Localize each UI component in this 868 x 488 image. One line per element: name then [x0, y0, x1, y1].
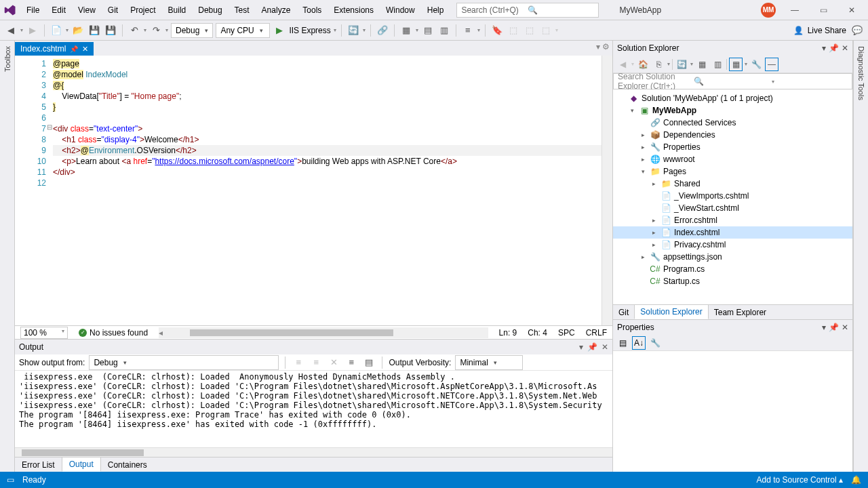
- se-close-icon[interactable]: ✕: [842, 43, 848, 53]
- feedback-icon[interactable]: 💬: [850, 24, 864, 37]
- menu-edit[interactable]: Edit: [45, 5, 72, 15]
- tree-node[interactable]: 📄_ViewStart.cshtml: [613, 202, 852, 214]
- platform-select[interactable]: Any CPU: [216, 23, 270, 38]
- output-from-select[interactable]: Debug: [89, 355, 279, 370]
- tree-node[interactable]: ▸📁Shared: [613, 178, 852, 190]
- fold-icon[interactable]: ⊟: [47, 123, 52, 131]
- bottom-tab-containers[interactable]: Containers: [101, 458, 154, 472]
- output-text[interactable]: iisexpress.exe (CoreCLR: clrhost): Loade…: [15, 371, 612, 447]
- tool-icon-2[interactable]: ▤: [421, 24, 435, 37]
- props-categorized-icon[interactable]: ▤: [616, 336, 629, 350]
- tab-options-icon[interactable]: ▾ ⚙: [596, 42, 610, 52]
- nav-back-icon[interactable]: ◀: [4, 24, 18, 37]
- menu-window[interactable]: Window: [380, 5, 421, 15]
- props-tool-icon[interactable]: 🔧: [648, 336, 662, 350]
- se-tool-3[interactable]: ▥: [711, 58, 724, 71]
- tree-node[interactable]: 📄_ViewImports.cshtml: [613, 190, 852, 202]
- props-pin-icon[interactable]: 📌: [829, 323, 839, 332]
- menu-test[interactable]: Test: [229, 5, 256, 15]
- se-properties-icon[interactable]: 🔧: [749, 58, 763, 71]
- code-line[interactable]: <p>Learn about <a href="https://docs.mic…: [53, 156, 601, 167]
- diagnostic-tools-tab[interactable]: Diagnostic Tools: [857, 41, 865, 106]
- output-dropdown-icon[interactable]: ▾: [579, 342, 583, 352]
- code-line[interactable]: [53, 178, 601, 188]
- code-line[interactable]: [53, 113, 601, 123]
- refresh-icon[interactable]: 🔄: [347, 24, 360, 37]
- project-node[interactable]: ▾▣MyWebApp: [613, 104, 852, 117]
- browser-link-icon[interactable]: 🔗: [376, 24, 389, 37]
- se-home-icon[interactable]: 🏠: [636, 58, 650, 71]
- tree-node[interactable]: 🔗Connected Services: [613, 117, 852, 129]
- notifications-icon[interactable]: 🔔: [851, 475, 861, 485]
- se-show-all-icon[interactable]: ▦: [729, 58, 743, 71]
- menu-tools[interactable]: Tools: [296, 5, 328, 15]
- liveshare-label[interactable]: Live Share: [808, 26, 846, 35]
- se-preview-icon[interactable]: —: [765, 58, 778, 71]
- code-line[interactable]: }: [53, 102, 601, 113]
- save-all-icon[interactable]: 💾: [104, 24, 117, 37]
- code-line[interactable]: <div class="text-center">: [53, 123, 601, 134]
- bookmark-icon[interactable]: 🔖: [490, 24, 504, 37]
- props-close-icon[interactable]: ✕: [842, 323, 848, 332]
- se-tool-2[interactable]: ▦: [695, 58, 709, 71]
- code-line[interactable]: <h2>@Environment.OSVersion</h2>: [53, 145, 601, 156]
- add-source-control[interactable]: Add to Source Control ▴: [757, 475, 843, 485]
- code-line[interactable]: ViewData["Title"] = "Home page";: [53, 91, 601, 102]
- tree-node[interactable]: ▸🔧appsettings.json: [613, 251, 852, 263]
- menu-git[interactable]: Git: [102, 5, 124, 15]
- menu-analyze[interactable]: Analyze: [256, 5, 297, 15]
- close-button[interactable]: ✕: [842, 5, 861, 15]
- tree-node[interactable]: ▸🌐wwwroot: [613, 153, 852, 165]
- code-line[interactable]: @{: [53, 80, 601, 91]
- pin-icon[interactable]: 📌: [70, 45, 78, 53]
- output-tool-4[interactable]: ≡: [344, 356, 358, 369]
- output-tool-1[interactable]: ≡: [292, 356, 305, 369]
- output-tool-3[interactable]: ✕: [327, 356, 340, 369]
- solution-search[interactable]: Search Solution Explorer (Ctrl+;) 🔍▾: [613, 73, 852, 89]
- toolbox-tab[interactable]: Toolbox: [3, 41, 12, 77]
- code-line[interactable]: @model IndexModel: [53, 69, 601, 80]
- tree-node[interactable]: C#Program.cs: [613, 263, 852, 275]
- file-tab[interactable]: Index.cshtml 📌 ✕: [15, 42, 94, 56]
- tree-node[interactable]: ▾📁Pages: [613, 165, 852, 178]
- solution-tab-team-explorer[interactable]: Team Explorer: [709, 306, 772, 319]
- issues-indicator[interactable]: ✓No issues found: [79, 328, 148, 338]
- save-icon[interactable]: 💾: [87, 24, 101, 37]
- solution-tab-git[interactable]: Git: [613, 306, 634, 319]
- tool-icon-5[interactable]: ⬚: [507, 24, 520, 37]
- code-line[interactable]: <h1 class="display-4">Welcome</h1>: [53, 134, 601, 145]
- tree-node[interactable]: ▸🔧Properties: [613, 141, 852, 153]
- tool-icon-6[interactable]: ⬚: [523, 24, 536, 37]
- output-pin-icon[interactable]: 📌: [587, 342, 597, 352]
- tree-node[interactable]: C#Startup.cs: [613, 275, 852, 287]
- code-line[interactable]: @page: [53, 58, 601, 69]
- output-verbosity-select[interactable]: Minimal: [455, 355, 523, 370]
- tab-close-icon[interactable]: ✕: [82, 45, 88, 54]
- tree-node[interactable]: ▸📄Privacy.cshtml: [613, 239, 852, 251]
- code-editor[interactable]: 123456789101112 ⊟@page@model IndexModel@…: [15, 56, 612, 325]
- menu-build[interactable]: Build: [162, 5, 193, 15]
- run-icon[interactable]: ▶: [273, 24, 286, 37]
- quick-search[interactable]: Search (Ctrl+Q) 🔍: [456, 3, 599, 18]
- output-hscrollbar[interactable]: [15, 447, 612, 457]
- props-alpha-icon[interactable]: A↓: [632, 336, 646, 350]
- se-sync-icon[interactable]: 🔄: [675, 58, 688, 71]
- tree-node[interactable]: ▸📄Error.cshtml: [613, 214, 852, 226]
- menu-project[interactable]: Project: [124, 5, 161, 15]
- new-project-icon[interactable]: 📄: [50, 24, 63, 37]
- bottom-tab-output[interactable]: Output: [62, 457, 101, 472]
- undo-icon[interactable]: ↶: [127, 24, 141, 37]
- run-target[interactable]: IIS Express: [289, 26, 330, 35]
- tool-icon-1[interactable]: ▦: [399, 24, 413, 37]
- output-tool-5[interactable]: ▤: [362, 356, 376, 369]
- editor-vscrollbar[interactable]: [601, 56, 612, 325]
- user-avatar[interactable]: MM: [761, 3, 776, 18]
- menu-debug[interactable]: Debug: [192, 5, 228, 15]
- menu-view[interactable]: View: [72, 5, 102, 15]
- se-tool-1[interactable]: ⎘: [652, 58, 665, 71]
- props-dropdown-icon[interactable]: ▾: [822, 323, 826, 332]
- bottom-tab-error-list[interactable]: Error List: [15, 458, 62, 472]
- tool-icon-4[interactable]: ≡: [461, 24, 475, 37]
- menu-file[interactable]: File: [20, 5, 45, 15]
- open-icon[interactable]: 📂: [71, 24, 85, 37]
